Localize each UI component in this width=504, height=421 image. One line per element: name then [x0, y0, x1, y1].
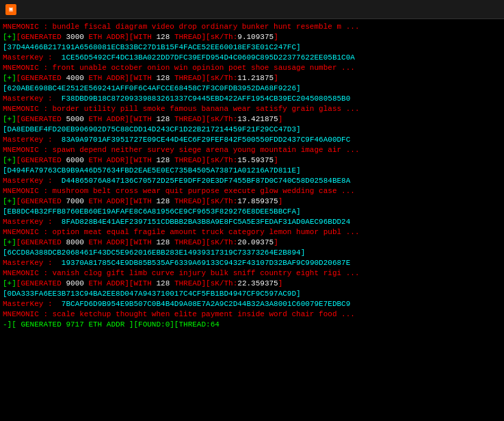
terminal-line: [+][GENERATED 3000 ETH ADDR][WITH 128 TH… — [3, 32, 501, 42]
terminal-line: MasterKey : 83A9A9701AF3951727E09CE44D4E… — [3, 135, 501, 145]
terminal-line: MNEMONIC : border utility pill smoke fam… — [3, 104, 501, 114]
terminal-line: [620ABE698BC4E2512E569241AFF0F6C4AFCCE68… — [3, 84, 501, 94]
terminal-line: MNEMONIC : mushroom belt cross wear quit… — [3, 186, 501, 196]
terminal-line: MNEMONIC : option meat equal fragile amo… — [3, 227, 501, 238]
terminal-line: MasterKey : F38DBD9B18C87209339883261337… — [3, 94, 501, 104]
terminal-line: MasterKey : 7BCAFD6D9B954E9B507C0B4B4D9A… — [3, 299, 501, 309]
terminal-line: MNEMONIC : front unable october onion wi… — [3, 63, 501, 73]
terminal-line: [+][GENERATED 5000 ETH ADDR][WITH 128 TH… — [3, 114, 501, 125]
terminal-line: [+][GENERATED 6000 ETH ADDR][WITH 128 TH… — [3, 155, 501, 166]
titlebar: ▣ — [0, 0, 504, 19]
terminal-line: -][ GENERATED 9717 ETH ADDR ][FOUND:0][T… — [3, 320, 501, 330]
terminal-line: [+][GENERATED 7000 ETH ADDR][WITH 128 TH… — [3, 196, 501, 207]
app-icon: ▣ — [5, 4, 16, 15]
terminal-line: [EB8DC4B32FFB8760EB60E19AFAFE8C6A81956CE… — [3, 207, 501, 217]
terminal-line: MNEMONIC : scale ketchup thought when el… — [3, 309, 501, 320]
terminal-line: MNEMONIC : vanish clog gift limb curve i… — [3, 268, 501, 279]
terminal-line: [DA8EDBEF4FD20EB906902D75C88CDD14D243CF1… — [3, 125, 501, 135]
terminal-line: [+][GENERATED 9000 ETH ADDR][WITH 128 TH… — [3, 279, 501, 289]
terminal-line: MasterKey : D44865076A847136C70572D25FE9… — [3, 176, 501, 186]
terminal-line: [37D4A466B217191A6568081ECB33BC27D1B15F4… — [3, 42, 501, 53]
terminal-line: [6CCD8A388DCB2068461F43DC5E962016EBB283E… — [3, 248, 501, 258]
terminal-line: [0DA333FA6EE3B713C94BA2EE8D047A943710017… — [3, 289, 501, 299]
terminal-line: MasterKey : 8FAD828B4E41AEF2397151CDBBB2… — [3, 217, 501, 227]
terminal-line: [+][GENERATED 8000 ETH ADDR][WITH 128 TH… — [3, 238, 501, 248]
terminal-line: MNEMONIC : bundle fiscal diagram video d… — [3, 22, 501, 32]
terminal-line: [D494FA79763CB9B9A46D57634FBD2EAE5E0EC73… — [3, 166, 501, 176]
terminal-line: MNEMONIC : spawn depend neither survey s… — [3, 145, 501, 155]
terminal-line: [+][GENERATED 4000 ETH ADDR][WITH 128 TH… — [3, 73, 501, 84]
terminal-output: MNEMONIC : bundle fiscal diagram video d… — [0, 19, 504, 421]
terminal-line: MasterKey : 1CE56D5492CF4DC13BA022DD7DFC… — [3, 53, 501, 63]
terminal-line: MasterKey : 19370A81785C4E9DB85B535AF633… — [3, 258, 501, 268]
